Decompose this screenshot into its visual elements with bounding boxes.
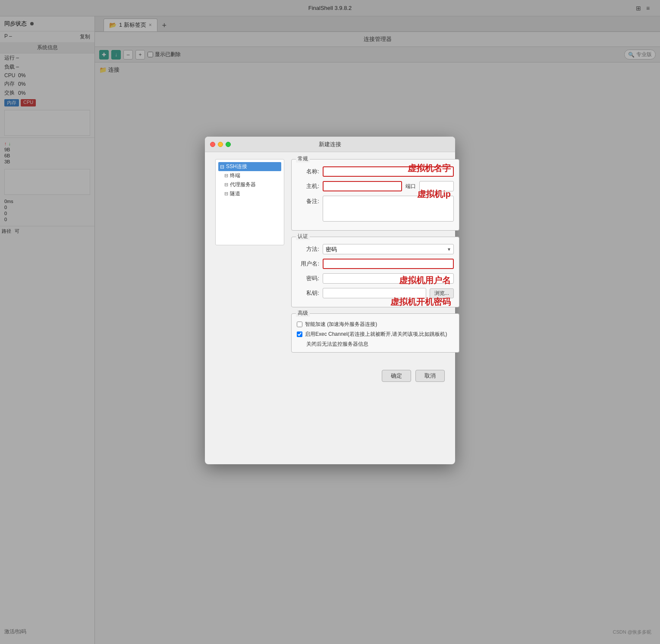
- dialog-content: ⊟ SSH连接 ⊟ 终端 ⊟ 代理服务器: [215, 159, 445, 359]
- smart-accel-checkbox[interactable]: [297, 322, 302, 327]
- terminal-node[interactable]: ⊟ 终端: [224, 171, 281, 180]
- general-section: 常规 名称: 主机: 端口: [291, 159, 459, 231]
- confirm-btn[interactable]: 确定: [382, 370, 411, 382]
- auth-title: 认证: [296, 233, 310, 240]
- auth-body: 方法: 密码 ▼ 用户名:: [292, 237, 459, 307]
- tunnel-label: 隧道: [230, 190, 240, 197]
- note-input[interactable]: [323, 196, 454, 222]
- ssh-conn-node[interactable]: ⊟ SSH连接: [218, 162, 281, 171]
- minimize-btn[interactable]: [218, 142, 223, 147]
- method-select[interactable]: 密码: [323, 244, 454, 254]
- note-label: 备注:: [297, 196, 319, 205]
- browse-btn[interactable]: 浏览...: [430, 288, 454, 298]
- dialog-body: ⊟ SSH连接 ⊟ 终端 ⊟ 代理服务器: [205, 152, 455, 366]
- maximize-btn[interactable]: [226, 142, 231, 147]
- minus-icon-tunnel: ⊟: [224, 191, 228, 197]
- advanced-body: 智能加速 (加速海外服务器连接) 启用Exec Channel(若连接上就被断开…: [292, 314, 459, 352]
- exec-channel-row: 启用Exec Channel(若连接上就被断开,请关闭该项,比如跳板机): [297, 331, 454, 338]
- host-label: 主机:: [297, 182, 319, 190]
- note-row: 备注:: [297, 196, 454, 222]
- privkey-row: 私钥: 浏览...: [297, 288, 454, 298]
- dialog-right: 常规 名称: 主机: 端口: [291, 159, 459, 359]
- smart-accel-label: 智能加速 (加速海外服务器连接): [305, 321, 377, 328]
- name-label: 名称:: [297, 168, 319, 175]
- terminal-label: 终端: [230, 172, 240, 179]
- minus-icon-ssh: ⊟: [220, 164, 224, 170]
- tunnel-node[interactable]: ⊟ 隧道: [224, 189, 281, 198]
- advanced-title: 高级: [296, 309, 310, 317]
- ssh-label: SSH连接: [226, 163, 247, 170]
- dialog-title-bar: 新建连接: [205, 137, 455, 152]
- proxy-label: 代理服务器: [230, 181, 256, 188]
- privkey-label: 私钥:: [297, 289, 319, 297]
- username-input[interactable]: [323, 259, 454, 269]
- password-input[interactable]: [323, 273, 454, 284]
- exec-channel-note: 关闭后无法监控服务器信息: [297, 341, 454, 348]
- name-row: 名称:: [297, 166, 454, 177]
- port-label: 端口: [405, 183, 416, 190]
- method-row: 方法: 密码 ▼: [297, 244, 454, 254]
- general-body: 名称: 主机: 端口: [292, 159, 459, 230]
- method-select-wrapper: 密码 ▼: [323, 244, 454, 254]
- privkey-input[interactable]: [323, 288, 426, 298]
- dialog-footer: 确定 取消: [205, 366, 455, 382]
- ssh-tree: ⊟ SSH连接 ⊟ 终端 ⊟ 代理服务器: [215, 159, 284, 245]
- smart-accel-row: 智能加速 (加速海外服务器连接): [297, 321, 454, 328]
- dialog-title: 新建连接: [319, 141, 341, 148]
- exec-channel-checkbox[interactable]: [297, 331, 302, 337]
- exec-channel-label: 启用Exec Channel(若连接上就被断开,请关闭该项,比如跳板机): [305, 331, 447, 338]
- advanced-section: 高级 智能加速 (加速海外服务器连接) 启用Exec Channel(若连接上就…: [291, 313, 459, 353]
- auth-section: 认证 方法: 密码 ▼: [291, 237, 459, 307]
- host-input[interactable]: [323, 181, 402, 191]
- username-label: 用户名:: [297, 260, 319, 268]
- cancel-btn[interactable]: 取消: [415, 370, 445, 382]
- host-row: 主机: 端口: [297, 181, 454, 191]
- window-controls: [210, 142, 231, 147]
- name-input[interactable]: [323, 166, 454, 177]
- general-title: 常规: [296, 155, 310, 163]
- method-label: 方法:: [297, 245, 319, 253]
- new-connection-dialog: 新建连接 ⊟ SSH连接 ⊟ 终端: [205, 137, 455, 464]
- password-label: 密码:: [297, 275, 319, 282]
- minus-icon-proxy: ⊟: [224, 182, 228, 188]
- port-input[interactable]: [419, 181, 454, 191]
- dialog-left: ⊟ SSH连接 ⊟ 终端 ⊟ 代理服务器: [215, 159, 284, 359]
- password-row: 密码:: [297, 273, 454, 284]
- proxy-node[interactable]: ⊟ 代理服务器: [224, 180, 281, 189]
- minus-icon-terminal: ⊟: [224, 173, 228, 178]
- modal-overlay: 新建连接 ⊟ SSH连接 ⊟ 终端: [0, 0, 660, 644]
- close-btn[interactable]: [210, 142, 215, 147]
- username-row: 用户名:: [297, 259, 454, 269]
